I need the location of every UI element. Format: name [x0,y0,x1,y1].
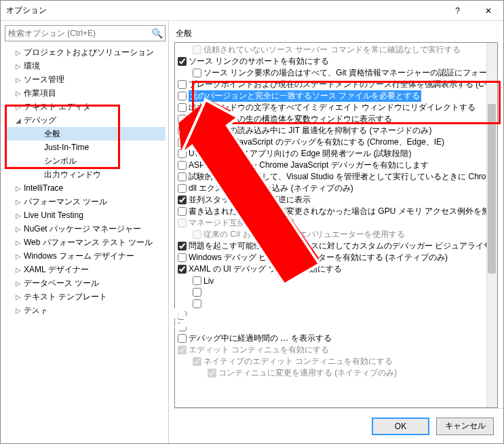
option-row: dll エクスポートの読み込み (ネイティブのみ) [178,183,497,194]
option-row: UWP JavaScript アプリ向けの Edge 開発者ツール (試験段階) [178,148,497,160]
window-title: オプション [6,5,442,16]
option-checkbox[interactable] [178,115,187,124]
option-checkbox[interactable] [178,126,187,135]
options-dialog: オプション ? ✕ 🔍 ▷プロジェクトおよびソリューション▷環境▷ソース管理▷作… [0,0,504,444]
option-checkbox[interactable] [178,172,187,181]
option-checkbox[interactable] [193,276,201,285]
option-label: 問題を起こす可能性があるプロセスに対してカスタムのデバッガー ビジュアライザーを… [189,240,498,252]
option-row: コンティニュに変更を適用する (ネイティブのみ) [178,367,497,379]
scrollbar[interactable] [486,43,497,407]
option-checkbox[interactable] [178,149,187,158]
close-button[interactable]: ✕ [473,1,503,20]
right-pane: 全般 信頼されていないソース サーバー コマンドを常に確認なしで実行するソース … [169,21,503,443]
option-checkbox[interactable] [178,138,187,147]
chevron-right-icon[interactable]: ▷ [14,198,22,206]
option-checkbox[interactable] [193,288,201,297]
option-label: ASP.NET のレガシ Chrome JavaScript デバッガーを有効に… [189,160,429,171]
option-checkbox[interactable] [178,184,187,193]
option-checkbox[interactable] [178,253,187,262]
option-checkbox[interactable] [178,322,187,331]
dialog-body: 🔍 ▷プロジェクトおよびソリューション▷環境▷ソース管理▷作業項目▷テキスト エ… [1,21,503,443]
chevron-right-icon[interactable]: ▷ [14,225,22,233]
tree-item-label: Live Unit Testing [24,210,83,220]
tree-item-label: シンボル [44,155,77,167]
option-checkbox[interactable] [178,242,187,251]
tree-item[interactable]: ▷プロジェクトおよびソリューション [5,45,166,59]
chevron-right-icon[interactable]: ▷ [14,307,22,314]
option-checkbox[interactable] [178,80,187,89]
search-icon[interactable]: 🔍 [151,28,163,39]
chevron-right-icon[interactable]: ▷ [14,293,22,301]
chevron-right-icon[interactable]: ▷ [14,185,22,192]
search-input[interactable] [5,25,166,41]
option-checkbox[interactable] [178,161,187,170]
tree-item[interactable]: ▷ソース管理 [5,73,166,86]
option-checkbox[interactable] [178,334,187,343]
option-checkbox[interactable] [193,299,201,308]
option-checkbox[interactable] [178,196,187,204]
option-label: UWP JavaScript アプリ向けの Edge 開発者ツール (試験段階) [189,148,412,160]
tree-item[interactable]: Just-In-Time [5,141,166,154]
option-checkbox[interactable] [178,103,187,112]
option-row: マネージド互換モードの使用 [178,217,497,229]
category-tree[interactable]: ▷プロジェクトおよびソリューション▷環境▷ソース管理▷作業項目▷テキスト エディ… [5,45,166,439]
chevron-right-icon[interactable]: ▷ [14,62,22,70]
tree-item-label: テキスト エディター [24,101,99,113]
tree-item[interactable]: ▷Live Unit Testing [5,208,166,222]
tree-item[interactable]: ▷パフォーマンス ツール [5,195,166,208]
option-label: 信頼されていないソース サーバー コマンドを常に確認なしで実行する [203,44,461,56]
tree-item-label: 出力ウィンドウ [44,169,101,181]
tree-item[interactable]: ▷NuGet パッケージ マネージャー [5,222,166,236]
cancel-button[interactable]: キャンセル [436,418,494,435]
chevron-right-icon[interactable]: ▷ [14,280,22,287]
chevron-right-icon[interactable]: ▷ [14,239,22,246]
option-label: 出力ウィンドウの文字をすべてイミディエイト ウィンドウにリダイレクトする [189,102,476,113]
tree-item[interactable]: ▷Web パフォーマンス テスト ツール [5,236,166,249]
options-list: 信頼されていないソース サーバー コマンドを常に確認なしで実行するソース リンク… [175,43,497,380]
tree-item[interactable]: ◢デバッグ [5,113,166,127]
option-row: オブジェクトの生の構造体を変数ウィンドウに表示する [178,113,497,125]
option-row [178,286,497,298]
chevron-right-icon[interactable]: ▷ [14,49,22,56]
option-checkbox[interactable] [178,207,187,216]
tree-item-label: パフォーマンス ツール [24,196,107,208]
tree-item-label: NuGet パッケージ マネージャー [24,223,141,235]
tree-item-label: XAML デザイナー [24,264,89,276]
chevron-right-icon[interactable]: ▷ [14,266,22,274]
help-button[interactable]: ? [442,1,473,20]
ok-button[interactable]: OK [372,418,429,435]
option-checkbox[interactable] [178,265,187,274]
chevron-right-icon[interactable]: ▷ [14,253,22,260]
tree-item[interactable]: ▷データベース ツール [5,276,166,290]
tree-item[interactable]: 全般 [5,127,166,141]
scroll-thumb[interactable] [488,104,496,274]
tree-item[interactable]: ▷Windows フォーム デザイナー [5,249,166,263]
tree-item[interactable]: ▷作業項目 [5,86,166,100]
tree-item-label: IntelliTrace [24,183,63,193]
option-row: 信頼されていないソース サーバー コマンドを常に確認なしで実行する [178,44,497,56]
option-checkbox[interactable] [178,311,187,320]
chevron-right-icon[interactable]: ▷ [14,212,22,219]
option-label: ソース リンクのサポートを有効にする [189,56,329,67]
tree-item[interactable]: ▷IntelliTrace [5,181,166,195]
option-checkbox[interactable] [193,69,201,77]
tree-item-label: デバッグ [24,115,56,126]
option-row: 元のバージョンと完全に一致するソース ファイルを必要とする [178,90,497,102]
help-icon: ? [455,6,460,16]
chevron-down-icon[interactable]: ◢ [14,117,22,124]
tree-item[interactable]: ▷テキスト テンプレート [5,290,166,303]
option-checkbox[interactable] [178,57,187,66]
tree-item[interactable]: ▷XAML デザイナー [5,263,166,276]
option-row: ソース リンク要求の場合はすべて、Git 資格情報マネージャーの認証にフォールバ… [178,67,497,79]
tree-item[interactable]: ▷環境 [5,59,166,73]
tree-item[interactable]: 出力ウィンドウ [5,168,166,181]
tree-item[interactable]: ▷テキスト エディター [5,100,166,113]
chevron-right-icon[interactable]: ▷ [14,76,22,84]
tree-item[interactable]: シンボル [5,154,166,168]
chevron-right-icon[interactable]: ▷ [14,90,22,97]
tree-item[interactable]: ▷テスト [5,303,166,317]
option-checkbox[interactable] [178,92,187,100]
chevron-right-icon[interactable]: ▷ [14,103,22,111]
option-label: 書き込まれたデータで値が変更されなかった場合は GPU メモリ アクセス例外を無… [189,206,498,217]
option-label: 元のバージョンと完全に一致するソース ファイルを必要とする [189,90,421,102]
